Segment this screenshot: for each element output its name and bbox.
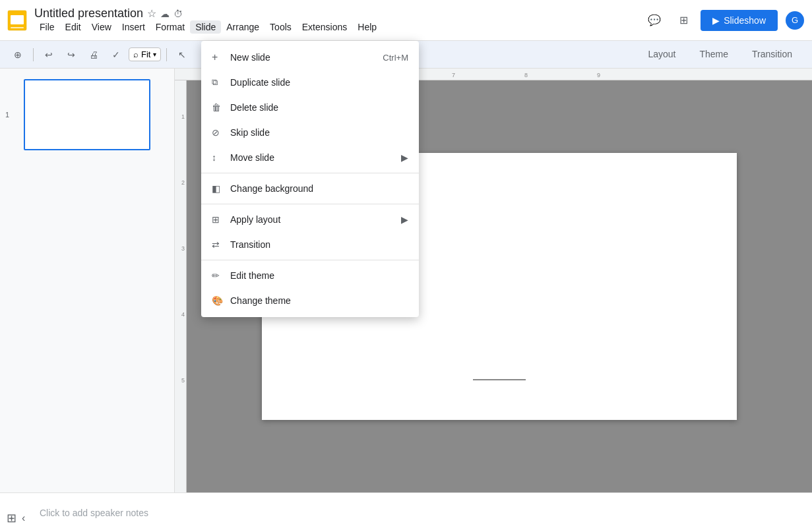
- move-slide-arrow: ▶: [401, 152, 408, 163]
- tab-transition[interactable]: Transition: [740, 41, 804, 69]
- duplicate-slide-label: Duplicate slide: [230, 77, 290, 88]
- speaker-notes-bar: ⊞ ‹ Click to add speaker notes: [0, 492, 812, 532]
- menu-entry-move-slide[interactable]: ↕ Move slide ▶: [201, 145, 419, 170]
- slide-thumbnail-1[interactable]: [24, 79, 150, 150]
- slides-panel: 1: [0, 69, 175, 492]
- delete-slide-label: Delete slide: [230, 102, 278, 113]
- menu-entry-change-theme[interactable]: 🎨 Change theme: [201, 288, 419, 313]
- presentation-title[interactable]: Untitled presentation: [34, 7, 143, 20]
- title-bar: Untitled presentation ☆ ☁ ⏱ File Edit Vi…: [0, 0, 812, 41]
- divider-2: [166, 48, 167, 61]
- transition-label: Transition: [230, 239, 270, 250]
- slide-line: [473, 379, 526, 380]
- move-slide-label: Move slide: [230, 152, 274, 163]
- new-slide-icon: +: [212, 51, 230, 63]
- ruler-vertical: 1 2 3 4 5: [175, 80, 187, 492]
- menu-item-view[interactable]: View: [86, 20, 117, 34]
- change-background-icon: ◧: [212, 183, 230, 194]
- skip-slide-icon: ⊘: [212, 127, 230, 138]
- collapse-panel-icon[interactable]: ‹: [22, 512, 25, 524]
- grid-view-icon[interactable]: ⊞: [7, 511, 16, 525]
- transition-icon: ⇄: [212, 239, 230, 250]
- menu-item-format[interactable]: Format: [150, 20, 190, 34]
- menu-item-extensions[interactable]: Extensions: [297, 20, 352, 34]
- title-section: Untitled presentation ☆ ☁ ⏱ File Edit Vi…: [34, 7, 382, 34]
- menu-entry-apply-layout[interactable]: ⊞ Apply layout ▶: [201, 207, 419, 232]
- undo-btn[interactable]: ↩: [39, 45, 59, 65]
- change-theme-label: Change theme: [230, 295, 291, 306]
- zoom-control[interactable]: ⌕ Fit ▾: [129, 47, 161, 61]
- menu-entry-new-slide[interactable]: + New slide Ctrl+M: [201, 45, 419, 70]
- edit-theme-icon: ✏: [212, 270, 230, 281]
- account-icon[interactable]: G: [783, 9, 807, 32]
- svg-rect-3: [11, 27, 24, 28]
- redo-btn[interactable]: ↪: [61, 45, 81, 65]
- new-slide-label: New slide: [230, 52, 270, 63]
- comments-icon[interactable]: 💬: [642, 9, 666, 32]
- slideshow-button[interactable]: ▶ Slideshow: [701, 10, 778, 31]
- menu-bar: File Edit View Insert Format Slide Arran…: [34, 20, 382, 34]
- history-icon[interactable]: ⏱: [173, 9, 183, 19]
- apply-layout-label: Apply layout: [230, 214, 280, 225]
- separator-3: [201, 260, 419, 260]
- menu-item-slide[interactable]: Slide: [190, 20, 221, 34]
- edit-theme-label: Edit theme: [230, 270, 274, 281]
- present-icon[interactable]: ⊞: [671, 9, 695, 32]
- slideshow-icon: ▶: [712, 15, 720, 26]
- spellcheck-btn[interactable]: ✓: [106, 45, 126, 65]
- view-tabs-area: Layout Theme Transition: [636, 41, 804, 69]
- menu-entry-delete-slide[interactable]: 🗑 Delete slide: [201, 95, 419, 120]
- menu-entry-skip-slide[interactable]: ⊘ Skip slide: [201, 120, 419, 145]
- apply-layout-icon: ⊞: [212, 214, 230, 225]
- zoom-label: ⌕: [133, 49, 139, 59]
- slide-number-1: 1: [5, 111, 9, 119]
- menu-entry-edit-theme[interactable]: ✏ Edit theme: [201, 263, 419, 288]
- zoom-value: Fit: [141, 49, 150, 59]
- skip-slide-label: Skip slide: [230, 127, 270, 138]
- divider-1: [33, 48, 34, 61]
- cloud-save-icon[interactable]: ☁: [160, 9, 170, 19]
- menu-item-edit[interactable]: Edit: [60, 20, 86, 34]
- menu-item-arrange[interactable]: Arrange: [221, 20, 265, 34]
- separator-2: [201, 204, 419, 204]
- delete-slide-icon: 🗑: [212, 102, 230, 113]
- tab-layout[interactable]: Layout: [636, 41, 687, 69]
- zoom-arrow: ▾: [153, 51, 156, 58]
- menu-item-file[interactable]: File: [34, 20, 60, 34]
- star-icon[interactable]: ☆: [147, 7, 156, 20]
- duplicate-slide-icon: ⧉: [212, 77, 230, 88]
- speaker-notes-text[interactable]: Click to add speaker notes: [40, 508, 148, 518]
- mode-toggle-btn[interactable]: ⊕: [8, 45, 28, 65]
- slideshow-label: Slideshow: [724, 15, 766, 26]
- menu-item-help[interactable]: Help: [352, 20, 382, 34]
- apply-layout-arrow: ▶: [401, 214, 408, 225]
- change-background-label: Change background: [230, 183, 313, 194]
- slide-dropdown-menu: + New slide Ctrl+M ⧉ Duplicate slide 🗑 D…: [201, 41, 419, 317]
- title-bar-right: 💬 ⊞ ▶ Slideshow G: [642, 9, 807, 32]
- menu-item-insert[interactable]: Insert: [117, 20, 150, 34]
- change-theme-icon: 🎨: [212, 295, 230, 306]
- cursor-btn[interactable]: ↖: [172, 45, 192, 65]
- menu-item-tools[interactable]: Tools: [265, 20, 297, 34]
- separator-1: [201, 173, 419, 173]
- print-btn[interactable]: 🖨: [84, 45, 104, 65]
- menu-entry-duplicate-slide[interactable]: ⧉ Duplicate slide: [201, 70, 419, 95]
- move-slide-icon: ↕: [212, 152, 230, 163]
- app-logo: [5, 9, 29, 32]
- menu-entry-transition[interactable]: ⇄ Transition: [201, 232, 419, 257]
- svg-rect-2: [11, 15, 24, 24]
- menu-entry-change-background[interactable]: ◧ Change background: [201, 176, 419, 201]
- tab-theme[interactable]: Theme: [687, 41, 740, 69]
- new-slide-shortcut: Ctrl+M: [383, 53, 408, 63]
